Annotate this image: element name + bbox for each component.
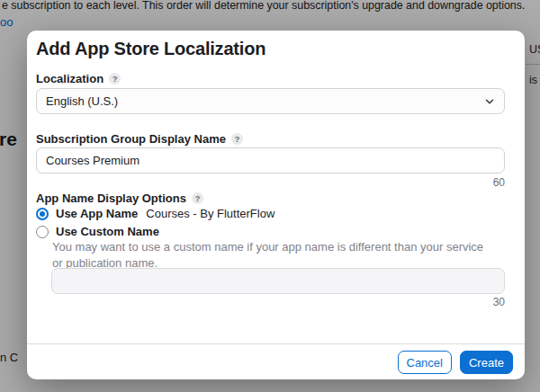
app-name-options-label-row: App Name Display Options ?: [36, 192, 203, 205]
use-app-name-label: Use App Name: [56, 207, 138, 220]
help-icon[interactable]: ?: [109, 73, 121, 85]
create-button[interactable]: Create: [460, 351, 513, 374]
screen: e subscription to each level. This order…: [0, 0, 540, 392]
localization-select[interactable]: English (U.S.): [36, 88, 505, 114]
group-name-char-counter: 60: [493, 176, 505, 189]
custom-name-char-counter: 30: [493, 296, 505, 308]
localization-label: Localization: [36, 72, 104, 85]
group-display-name-label-row: Subscription Group Display Name ?: [36, 132, 243, 146]
use-custom-name-option[interactable]: Use Custom Name: [36, 225, 159, 238]
app-name-options-label: App Name Display Options: [36, 192, 186, 205]
chevron-down-icon: [484, 96, 495, 107]
radio-button-use-app-name[interactable]: [36, 208, 49, 220]
footer-divider: [27, 343, 525, 344]
help-icon[interactable]: ?: [192, 192, 203, 204]
custom-name-description: You may want to use a custom name if you…: [52, 239, 495, 272]
add-app-store-localization-dialog: Add App Store Localization Localization …: [27, 31, 525, 379]
group-display-name-input[interactable]: [36, 147, 505, 174]
cancel-button[interactable]: Cancel: [398, 351, 452, 374]
use-app-name-option[interactable]: Use App Name Courses - By FlutterFlow: [36, 207, 274, 220]
radio-button-use-custom-name[interactable]: [36, 226, 49, 238]
localization-label-row: Localization ?: [36, 72, 121, 85]
group-display-name-label: Subscription Group Display Name: [36, 132, 226, 146]
localization-select-value: English (U.S.): [46, 94, 118, 108]
dialog-footer: Cancel Create: [398, 351, 514, 374]
help-icon[interactable]: ?: [231, 133, 243, 145]
custom-name-input[interactable]: [51, 268, 505, 294]
dialog-title: Add App Store Localization: [36, 39, 266, 59]
use-custom-name-label: Use Custom Name: [56, 225, 159, 238]
app-name-value: Courses - By FlutterFlow: [146, 207, 274, 220]
